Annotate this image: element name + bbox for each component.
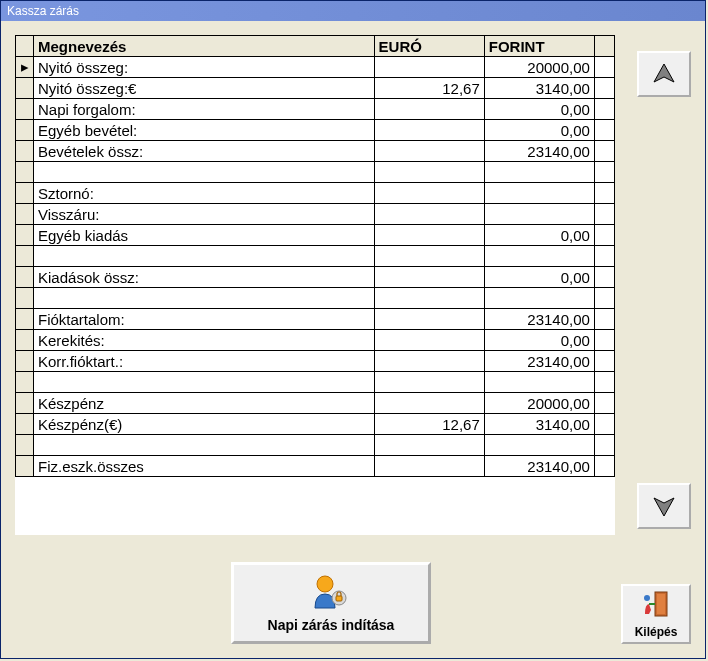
row-forint: [484, 288, 594, 309]
row-end: [594, 162, 614, 183]
row-forint: 3140,00: [484, 78, 594, 99]
bottom-area: Napi zárás indítása Kilépés: [1, 544, 705, 644]
row-name: Nyitó összeg:€: [34, 78, 375, 99]
row-euro: 12,67: [374, 414, 484, 435]
svg-point-2: [317, 576, 333, 592]
row-name: Korr.fióktart.:: [34, 351, 375, 372]
row-euro: [374, 456, 484, 477]
table-row[interactable]: Korr.fióktart.:23140,00: [16, 351, 615, 372]
row-euro: [374, 435, 484, 456]
table-row[interactable]: Készpénz(€)12,673140,00: [16, 414, 615, 435]
row-name: Napi forgalom:: [34, 99, 375, 120]
table-row[interactable]: Fióktartalom:23140,00: [16, 309, 615, 330]
row-marker: [16, 435, 34, 456]
row-end: [594, 414, 614, 435]
row-end: [594, 456, 614, 477]
exit-label: Kilépés: [635, 625, 678, 639]
svg-point-7: [644, 595, 650, 601]
table-row[interactable]: Sztornó:: [16, 183, 615, 204]
row-forint: [484, 372, 594, 393]
row-marker: [16, 309, 34, 330]
row-end: [594, 393, 614, 414]
row-euro: [374, 183, 484, 204]
row-euro: [374, 309, 484, 330]
row-marker: [16, 456, 34, 477]
row-marker: [16, 351, 34, 372]
row-euro: [374, 372, 484, 393]
row-euro: 12,67: [374, 78, 484, 99]
header-euro: EURÓ: [374, 36, 484, 57]
titlebar: Kassza zárás: [1, 1, 705, 21]
row-euro: [374, 99, 484, 120]
row-marker: [16, 120, 34, 141]
table-row[interactable]: Készpénz20000,00: [16, 393, 615, 414]
row-marker: [16, 141, 34, 162]
row-forint: 0,00: [484, 330, 594, 351]
row-euro: [374, 57, 484, 78]
row-euro: [374, 330, 484, 351]
header-row: Megnevezés EURÓ FORINT: [16, 36, 615, 57]
row-forint: 20000,00: [484, 393, 594, 414]
row-forint: 23140,00: [484, 351, 594, 372]
header-name: Megnevezés: [34, 36, 375, 57]
content: Megnevezés EURÓ FORINT ▸Nyitó összeg:200…: [1, 21, 705, 658]
row-marker: [16, 99, 34, 120]
row-forint: [484, 246, 594, 267]
table-row[interactable]: Kerekités:0,00: [16, 330, 615, 351]
table-area: Megnevezés EURÓ FORINT ▸Nyitó összeg:200…: [15, 35, 615, 535]
row-euro: [374, 351, 484, 372]
row-name: [34, 288, 375, 309]
table-row[interactable]: Kiadások össz:0,00: [16, 267, 615, 288]
row-end: [594, 435, 614, 456]
row-forint: 0,00: [484, 267, 594, 288]
row-euro: [374, 120, 484, 141]
table-row[interactable]: [16, 288, 615, 309]
row-forint: 0,00: [484, 99, 594, 120]
row-forint: 0,00: [484, 225, 594, 246]
row-end: [594, 351, 614, 372]
table-row[interactable]: Bevételek össz:23140,00: [16, 141, 615, 162]
svg-marker-0: [654, 64, 674, 82]
row-end: [594, 78, 614, 99]
table-row[interactable]: Egyéb kiadás0,00: [16, 225, 615, 246]
row-marker: [16, 204, 34, 225]
row-end: [594, 57, 614, 78]
table-row[interactable]: Egyéb bevétel:0,00: [16, 120, 615, 141]
table-row[interactable]: ▸Nyitó összeg:20000,00: [16, 57, 615, 78]
row-marker: [16, 330, 34, 351]
row-end: [594, 225, 614, 246]
data-grid[interactable]: Megnevezés EURÓ FORINT ▸Nyitó összeg:200…: [15, 35, 615, 477]
row-marker: [16, 393, 34, 414]
table-row[interactable]: Nyitó összeg:€12,673140,00: [16, 78, 615, 99]
svg-rect-4: [336, 596, 342, 601]
table-row[interactable]: Napi forgalom:0,00: [16, 99, 615, 120]
row-euro: [374, 141, 484, 162]
table-row[interactable]: Visszáru:: [16, 204, 615, 225]
daily-close-button[interactable]: Napi zárás indítása: [231, 562, 431, 644]
scroll-down-button[interactable]: [637, 483, 691, 529]
row-forint: [484, 435, 594, 456]
row-end: [594, 141, 614, 162]
row-marker: [16, 372, 34, 393]
row-name: Készpénz(€): [34, 414, 375, 435]
row-end: [594, 120, 614, 141]
row-euro: [374, 246, 484, 267]
row-name: Nyitó összeg:: [34, 57, 375, 78]
table-row[interactable]: [16, 246, 615, 267]
table-row[interactable]: Fiz.eszk.összes23140,00: [16, 456, 615, 477]
table-row[interactable]: [16, 372, 615, 393]
row-end: [594, 330, 614, 351]
row-marker: [16, 162, 34, 183]
row-marker: [16, 288, 34, 309]
row-name: [34, 435, 375, 456]
exit-button[interactable]: Kilépés: [621, 584, 691, 644]
row-marker: [16, 267, 34, 288]
table-row[interactable]: [16, 162, 615, 183]
row-name: Fióktartalom:: [34, 309, 375, 330]
row-forint: 20000,00: [484, 57, 594, 78]
row-name: Visszáru:: [34, 204, 375, 225]
scroll-up-button[interactable]: [637, 51, 691, 97]
row-end: [594, 183, 614, 204]
table-row[interactable]: [16, 435, 615, 456]
header-forint: FORINT: [484, 36, 594, 57]
